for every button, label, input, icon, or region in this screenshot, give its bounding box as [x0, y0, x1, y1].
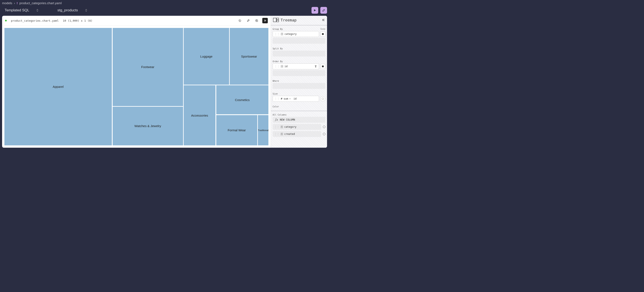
- treemap-cell[interactable]: Accessories: [184, 85, 216, 146]
- divider: [271, 25, 327, 25]
- column-radio[interactable]: [323, 126, 325, 128]
- divider: [271, 111, 327, 111]
- breadcrumb-file[interactable]: product_categories.chart.yaml: [19, 1, 62, 5]
- treemap-cell[interactable]: Apparel: [4, 28, 112, 146]
- color-label: Color: [272, 105, 325, 108]
- group-by-field[interactable]: ⋮⋮ A category: [272, 31, 319, 37]
- svg-rect-5: [322, 33, 324, 35]
- column-row: ⋮⋮ A category: [272, 124, 325, 130]
- color-toggle[interactable]: [320, 96, 325, 101]
- where-section: Where: [271, 78, 327, 91]
- size-field[interactable]: ⋮⋮ # sum ▾ id: [272, 96, 319, 102]
- breadcrumb: models › ! product_categories.chart.yaml: [0, 0, 329, 6]
- column-row: ⋮⋮ A created: [272, 131, 325, 137]
- svg-rect-3: [276, 18, 279, 20]
- drag-handle-icon[interactable]: ⋮⋮: [274, 65, 280, 68]
- chart-panel: product_categories.chart.yaml 10 (1,000)…: [2, 16, 271, 148]
- treemap-cell[interactable]: Luggage: [184, 28, 229, 85]
- empty-drop-slot[interactable]: [272, 83, 325, 89]
- edit-icon: [322, 9, 325, 12]
- all-columns-label: All Columns: [272, 114, 325, 116]
- group-by-value: category: [284, 32, 296, 35]
- drag-handle-icon[interactable]: ⋮⋮: [274, 97, 280, 100]
- chart-stats: 10 (1,000) x 1 (8): [63, 19, 92, 22]
- column-pill[interactable]: ⋮⋮ A category: [272, 124, 321, 130]
- config-panel: Treemap Group By Swap ⋮⋮ A category: [271, 16, 327, 148]
- order-by-value: id: [284, 65, 287, 68]
- split-by-label: Split By: [272, 47, 325, 50]
- status-dot-icon: [5, 20, 7, 21]
- svg-rect-4: [276, 20, 279, 22]
- svg-rect-2: [273, 18, 276, 22]
- chevron-right-icon: ›: [14, 1, 15, 5]
- order-by-field[interactable]: ⋮⋮ A id: [272, 63, 319, 69]
- popout-button[interactable]: [246, 18, 251, 23]
- filter-toggle[interactable]: [320, 64, 325, 69]
- sort-direction-button[interactable]: [314, 65, 317, 68]
- size-agg[interactable]: sum: [284, 97, 288, 100]
- swap-link[interactable]: Swap: [320, 28, 325, 30]
- edit-button[interactable]: [320, 7, 327, 14]
- collapse-panel-button[interactable]: [322, 18, 325, 22]
- drag-handle-icon[interactable]: ⋮⋮: [274, 125, 279, 128]
- chart-header: product_categories.chart.yaml 10 (1,000)…: [2, 16, 271, 26]
- size-section: Size ⋮⋮ # sum ▾ id: [271, 91, 327, 104]
- empty-drop-slot[interactable]: [272, 51, 325, 56]
- collapse-button[interactable]: [262, 18, 268, 23]
- text-type-icon: A: [280, 126, 283, 128]
- empty-drop-slot[interactable]: [272, 38, 325, 44]
- exclamation-icon: !: [16, 1, 18, 5]
- breadcrumb-root[interactable]: models: [2, 1, 12, 5]
- column-name: created: [284, 133, 295, 135]
- new-column-button[interactable]: ∫x NEW COLUMN: [272, 117, 325, 123]
- sort-desc-icon: [314, 65, 317, 68]
- order-by-label: Order By: [272, 60, 325, 63]
- copy-button[interactable]: [254, 18, 259, 23]
- number-type-icon: #: [281, 97, 282, 100]
- filter-toggle[interactable]: [320, 31, 325, 36]
- circle-icon: [322, 98, 324, 100]
- treemap-cell[interactable]: Traditional: [258, 115, 268, 146]
- column-radio[interactable]: [323, 133, 325, 135]
- new-column-label: NEW COLUMN: [280, 118, 295, 121]
- text-type-icon: A: [281, 65, 283, 68]
- sort-chevrons-icon: [85, 9, 87, 12]
- split-by-section: Split By: [271, 46, 327, 59]
- query-type-dropdown[interactable]: Templated SQL: [4, 8, 38, 12]
- treemap-cell[interactable]: Sportswear: [230, 28, 268, 85]
- column-pill[interactable]: ⋮⋮ A created: [272, 131, 321, 137]
- drag-handle-icon[interactable]: ⋮⋮: [274, 133, 279, 135]
- empty-drop-slot[interactable]: [272, 70, 325, 76]
- reset-button[interactable]: [237, 18, 242, 23]
- group-by-label: Group By: [272, 28, 283, 30]
- treemap-cell[interactable]: Watches & Jewelry: [112, 106, 183, 146]
- config-title: Treemap: [280, 18, 296, 22]
- square-icon: [322, 33, 324, 35]
- size-value: id: [294, 97, 296, 100]
- secondary-header: Templated SQL stg_products: [0, 6, 329, 16]
- text-type-icon: A: [280, 133, 283, 135]
- where-label: Where: [272, 80, 325, 82]
- run-button[interactable]: [312, 7, 318, 14]
- treemap-chart[interactable]: ApparelFootwearWatches & JewelryLuggageS…: [4, 28, 268, 146]
- chevron-down-icon: ▾: [290, 98, 290, 100]
- table-dropdown[interactable]: stg_products: [58, 8, 87, 12]
- svg-rect-1: [256, 20, 258, 22]
- treemap-cell[interactable]: Formal Wear: [216, 115, 258, 146]
- chevrons-right-icon: [264, 19, 266, 22]
- drag-handle-icon[interactable]: ⋮⋮: [274, 32, 280, 35]
- chevrons-left-icon: [322, 18, 325, 22]
- treemap-cell[interactable]: Cosmetics: [216, 85, 268, 114]
- text-type-icon: A: [281, 33, 283, 35]
- table-name-label: stg_products: [58, 8, 78, 12]
- treemap-icon: [273, 17, 279, 22]
- column-name: category: [284, 125, 296, 128]
- square-icon: [322, 65, 324, 68]
- main-area: product_categories.chart.yaml 10 (1,000)…: [2, 16, 327, 148]
- svg-rect-6: [322, 65, 324, 67]
- group-by-section: Group By Swap ⋮⋮ A category: [271, 26, 327, 46]
- sort-chevrons-icon: [36, 9, 38, 12]
- copy-icon: [255, 19, 258, 22]
- treemap-cell[interactable]: Footwear: [112, 28, 183, 106]
- query-type-label: Templated SQL: [4, 8, 29, 12]
